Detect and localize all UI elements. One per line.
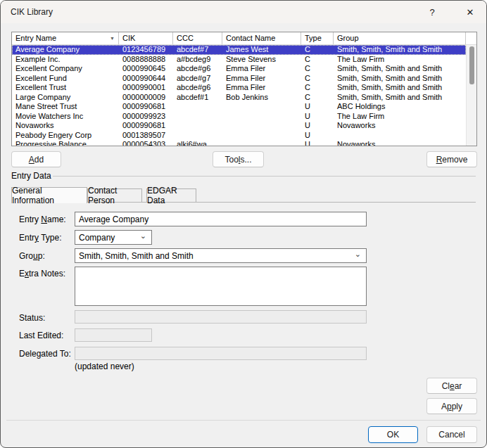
column-header-label: Type — [305, 34, 322, 42]
group-cell: Novaworks — [334, 121, 466, 131]
close-icon: ✕ — [467, 7, 474, 18]
close-button[interactable]: ✕ — [454, 1, 486, 23]
scrollbar-thumb[interactable] — [469, 46, 474, 84]
type-cell: C — [301, 64, 334, 74]
column-header-group[interactable]: Group — [334, 32, 466, 44]
vertical-scrollbar[interactable] — [466, 45, 476, 146]
entry-name-cell: Excellent Trust — [12, 83, 119, 93]
entry-list-rows: Average Company 0123456789 abcdef#7 Jame… — [12, 45, 466, 146]
group-cell: Smith, Smith, Smith and Smith — [334, 64, 466, 74]
entry-name-cell: Movie Watchers Inc — [12, 112, 119, 122]
entry-row[interactable]: Progressive Balance 0000054303 alki6#wa … — [12, 140, 466, 146]
column-header-contact-name[interactable]: Contact Name — [222, 32, 301, 44]
contact-name-cell: Bob Jenkins — [222, 93, 301, 103]
entry-list-header: Entry Name ▼ CIK CCC Contact Name Type G… — [12, 32, 476, 45]
column-header-ccc[interactable]: CCC — [173, 32, 222, 44]
help-icon: ? — [429, 7, 434, 18]
group-cell: ABC Holdings — [334, 102, 466, 112]
tab-edgar-data[interactable]: EDGAR Data — [146, 188, 196, 202]
entry-row[interactable]: Excellent Company 0000990645 abcde#g6 Em… — [12, 64, 466, 74]
column-header-cik[interactable]: CIK — [119, 32, 173, 44]
group-cell: The Law Firm — [334, 112, 466, 122]
group-cell: Smith, Smith, Smith and Smith — [334, 74, 466, 84]
ccc-cell — [173, 102, 222, 112]
clear-button[interactable]: Clear — [426, 378, 477, 394]
sort-descending-icon: ▼ — [110, 32, 115, 44]
help-button[interactable]: ? — [416, 1, 448, 23]
ccc-cell: abcde#g6 — [173, 83, 222, 93]
column-header-type[interactable]: Type — [301, 32, 334, 44]
column-header-entry-name[interactable]: Entry Name ▼ — [12, 32, 119, 44]
ccc-cell — [173, 131, 222, 141]
entry-row[interactable]: Peabody Engery Corp 0001389507 U — [12, 131, 466, 141]
group-cell: Smith, Smith, Smith and Smith — [334, 45, 466, 55]
group-cell — [334, 131, 466, 141]
type-cell: C — [301, 55, 334, 65]
cik-cell: 0000099923 — [119, 112, 173, 122]
entry-type-label: Entry Type: — [19, 233, 61, 243]
type-cell: U — [301, 140, 334, 146]
ok-button[interactable]: OK — [368, 426, 418, 443]
tab-general-information[interactable]: General Information — [11, 187, 87, 203]
entry-name-cell: Excellent Company — [12, 64, 119, 74]
ccc-cell: abcde#g7 — [173, 74, 222, 84]
column-header-label: CIK — [122, 34, 135, 42]
entry-row[interactable]: Novaworks 0000990681 U Novaworks — [12, 121, 466, 131]
cik-cell: 0088888888 — [119, 55, 173, 65]
entry-name-label: Entry Name: — [19, 215, 66, 224]
column-header-label: Contact Name — [226, 34, 275, 42]
type-cell: C — [301, 93, 334, 103]
group-cell: Novaworks — [334, 140, 466, 146]
extra-notes-textarea[interactable] — [75, 267, 367, 306]
type-cell: U — [301, 112, 334, 122]
last-edited-field — [75, 328, 152, 342]
tab-contact-person[interactable]: Contact Person — [87, 188, 142, 202]
updated-note: (updated never) — [75, 361, 134, 371]
contact-name-cell — [222, 112, 301, 122]
contact-name-cell — [222, 102, 301, 112]
group-select[interactable]: Smith, Smith, Smith and Smith ⌄ — [75, 248, 367, 263]
contact-name-cell — [222, 121, 301, 131]
apply-button[interactable]: Apply — [426, 398, 477, 414]
entry-row[interactable]: Mane Street Trust 0000990681 U ABC Holdi… — [12, 102, 466, 112]
contact-name-cell: Steve Stevens — [222, 55, 301, 65]
contact-name-cell: Emma Filer — [222, 83, 301, 93]
ccc-cell: abcdef#1 — [173, 93, 222, 103]
cik-cell: 0001389507 — [119, 131, 173, 141]
entry-row[interactable]: Average Company 0123456789 abcdef#7 Jame… — [12, 45, 466, 55]
cik-cell: 0000990681 — [119, 102, 173, 112]
group-cell: The Law Firm — [334, 55, 466, 65]
entry-name-cell: Large Company — [12, 93, 119, 103]
entry-name-cell: Mane Street Trust — [12, 102, 119, 112]
type-cell: U — [301, 121, 334, 131]
contact-name-cell: James West — [222, 45, 301, 55]
cik-cell: 0000990644 — [119, 74, 173, 84]
entry-name-input[interactable] — [75, 212, 367, 226]
tools-button[interactable]: Tools... — [213, 151, 264, 167]
entry-row[interactable]: Movie Watchers Inc 0000099923 U The Law … — [12, 112, 466, 122]
cik-cell: 0000990001 — [119, 83, 173, 93]
delegated-to-field — [75, 347, 367, 360]
contact-name-cell — [222, 131, 301, 141]
entry-row[interactable]: Excellent Trust 0000990001 abcde#g6 Emma… — [12, 83, 466, 93]
ccc-cell — [173, 121, 222, 131]
cik-cell: 0000054303 — [119, 140, 173, 146]
column-header-label: CCC — [177, 34, 194, 42]
contact-name-cell: Emma Filer — [222, 74, 301, 84]
group-label: Group: — [19, 251, 45, 261]
entry-type-select[interactable]: Company ⌄ — [75, 230, 152, 245]
add-button[interactable]: Add — [11, 151, 61, 167]
entry-name-cell: Peabody Engery Corp — [12, 131, 119, 141]
cik-library-dialog: CIK Library ? ✕ Entry Name ▼ CIK CCC Con… — [0, 0, 487, 448]
delegated-to-label: Delegated To: — [19, 349, 71, 359]
entry-name-cell: Novaworks — [12, 121, 119, 131]
entry-row[interactable]: Large Company 0000000009 abcdef#1 Bob Je… — [12, 93, 466, 103]
contact-name-cell — [222, 140, 301, 146]
entry-name-cell: Progressive Balance — [12, 140, 119, 146]
title-bar[interactable]: CIK Library ? ✕ — [1, 1, 486, 23]
entry-row[interactable]: Excellent Fund 0000990644 abcde#g7 Emma … — [12, 74, 466, 84]
entry-row[interactable]: Example Inc. 0088888888 a#bcdeg9 Steve S… — [12, 55, 466, 65]
entry-data-group-line — [53, 176, 476, 177]
cancel-button[interactable]: Cancel — [426, 426, 477, 443]
remove-button[interactable]: Remove — [426, 151, 477, 167]
